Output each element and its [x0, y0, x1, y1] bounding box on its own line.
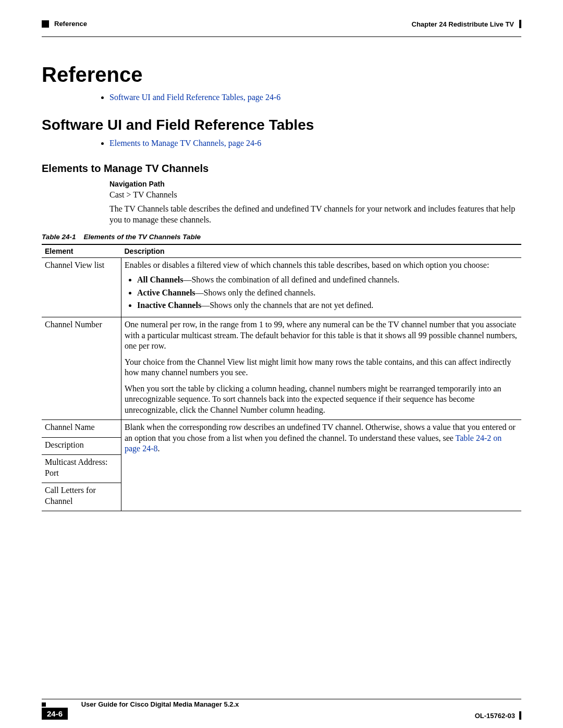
navigation-path-label: Navigation Path [109, 180, 521, 188]
col-description: Description [121, 244, 522, 258]
page-number: 24-6 [42, 708, 68, 720]
footer-title: User Guide for Cisco Digital Media Manag… [81, 700, 239, 708]
heading-elements-tv: Elements to Manage TV Channels [42, 163, 521, 175]
col-element: Element [42, 244, 121, 258]
heading-reference: Reference [42, 63, 521, 87]
header-marker-icon [42, 20, 49, 28]
link-elements-tv-channels[interactable]: Elements to Manage TV Channels, page 24-… [109, 139, 261, 147]
cell-element: Call Letters for Channel [42, 483, 121, 511]
navigation-path-value: Cast > TV Channels [109, 190, 521, 200]
page-footer: User Guide for Cisco Digital Media Manag… [42, 699, 521, 708]
cell-element: Description [42, 437, 121, 454]
header-bar-icon [519, 20, 521, 28]
footer-bar-icon [519, 711, 521, 720]
header-rule [42, 36, 521, 37]
page-header: Reference Chapter 24 Redistribute Live T… [42, 20, 521, 35]
tv-channels-table: Element Description Channel View list En… [42, 244, 521, 511]
table-caption: Table 24-1 Elements of the TV Channels T… [42, 233, 521, 241]
intro-paragraph: The TV Channels table describes the defi… [109, 204, 521, 226]
cell-element: Channel Number [42, 317, 121, 420]
toc-item: Elements to Manage TV Channels, page 24-… [109, 139, 521, 148]
cell-element: Multicast Address: Port [42, 455, 121, 483]
header-chapter: Chapter 24 Redistribute Live TV [412, 20, 515, 28]
cell-element: Channel Name [42, 420, 121, 437]
cell-description: One numeral per row, in the range from 1… [121, 317, 522, 420]
table-row: Channel Number One numeral per row, in t… [42, 317, 521, 420]
cell-element: Channel View list [42, 257, 121, 317]
heading-software-ui: Software UI and Field Reference Tables [42, 117, 521, 133]
link-software-ui-tables[interactable]: Software UI and Field Reference Tables, … [109, 93, 280, 102]
toc-item: Software UI and Field Reference Tables, … [109, 93, 521, 102]
table-row: Channel Name Blank when the correspondin… [42, 420, 521, 437]
cell-description: Enables or disables a filtered view of w… [121, 257, 522, 317]
table-row: Channel View list Enables or disables a … [42, 257, 521, 317]
footer-marker-icon [42, 702, 46, 707]
header-section: Reference [54, 20, 87, 28]
footer-docid: OL-15762-03 [475, 712, 515, 720]
cell-description: Blank when the corresponding row describ… [121, 420, 522, 511]
